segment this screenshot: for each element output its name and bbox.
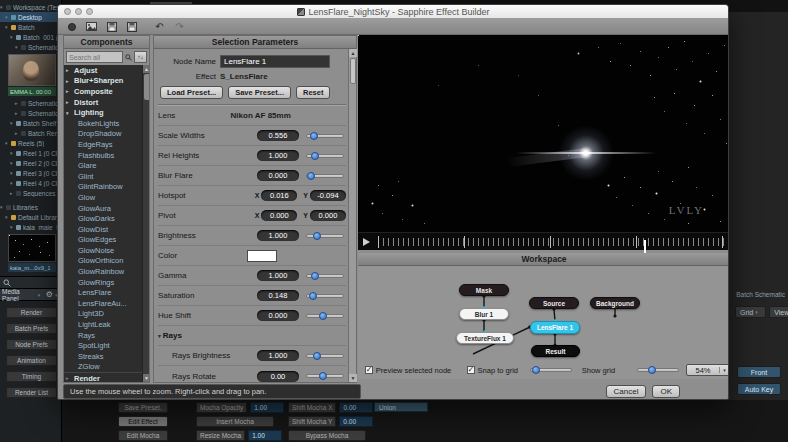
redo-icon[interactable]: ↷: [174, 21, 185, 32]
tree-item-libraries[interactable]: Libraries: [0, 202, 61, 212]
grid-dropdown[interactable]: Grid: [735, 306, 766, 318]
component-group-render[interactable]: Render: [64, 372, 142, 382]
save-icon[interactable]: [106, 21, 117, 32]
scroll-down-icon[interactable]: ▼: [143, 374, 149, 382]
slider-thumb[interactable]: [310, 132, 318, 140]
search-input[interactable]: [66, 51, 123, 63]
tree-item-schematic[interactable]: Schematic R...: [0, 42, 61, 52]
media-panel-button[interactable]: Animation: [6, 355, 57, 366]
component-item[interactable]: Glint: [64, 171, 142, 182]
component-item[interactable]: LightLeak: [64, 319, 142, 330]
slider-thumb[interactable]: [307, 172, 315, 180]
component-item[interactable]: Flashbulbs: [64, 150, 142, 161]
components-scrollbar[interactable]: ▲ ▼: [142, 65, 149, 382]
value-field[interactable]: 1.000: [257, 270, 299, 281]
tree-item-batch-001[interactable]: Batch_001 (3): [0, 32, 61, 42]
reset-button[interactable]: Reset: [296, 86, 330, 99]
slider[interactable]: [306, 374, 344, 378]
workspace-zoom-slider[interactable]: [637, 368, 679, 372]
component-item[interactable]: GlowRainbow: [64, 266, 142, 277]
scrollbar-thumb[interactable]: [144, 74, 150, 100]
tree-search-row[interactable]: [0, 276, 61, 288]
tree-item-workspace[interactable]: Workspace (Test1): [0, 2, 61, 12]
media-panel-button[interactable]: Render: [6, 307, 57, 318]
record-icon[interactable]: [68, 23, 76, 31]
shift-mocha-x-value[interactable]: 0.00: [339, 402, 373, 413]
component-item[interactable]: GlowAura: [64, 203, 142, 214]
scroll-up-icon[interactable]: ▲: [349, 49, 357, 57]
tree-item-schematic-3[interactable]: Schematic Re...: [0, 108, 61, 118]
resize-mocha-value[interactable]: 1.00: [248, 430, 282, 441]
tree-item-schematic-2[interactable]: Schematic Re...: [0, 98, 61, 108]
edit-effect-button[interactable]: Edit Effect: [118, 416, 168, 427]
scrollbar-thumb[interactable]: [350, 58, 356, 84]
component-item[interactable]: Rays: [64, 330, 142, 341]
node-textureflux[interactable]: TextureFlux 1: [456, 332, 514, 344]
ok-button[interactable]: OK: [652, 385, 680, 398]
tree-item-reel-1[interactable]: Reel 1 (0 Clip): [0, 148, 61, 158]
value-field[interactable]: 0.556: [257, 130, 299, 141]
shift-mocha-y-value[interactable]: 0.00: [339, 416, 373, 427]
component-item[interactable]: Glare: [64, 160, 142, 171]
value-field[interactable]: 1.000: [257, 350, 299, 361]
close-window-button[interactable]: [64, 8, 71, 15]
union-button[interactable]: Union: [374, 402, 428, 412]
component-item[interactable]: GlowOrthicon: [64, 256, 142, 267]
edit-mocha-button[interactable]: Edit Mocha: [118, 430, 168, 441]
component-item[interactable]: EdgeRays: [64, 139, 142, 150]
bypass-mocha-button[interactable]: Bypass Mocha: [288, 430, 366, 441]
sort-button[interactable]: [134, 51, 147, 63]
clip-caption-2[interactable]: kaia_m...0x9_1: [8, 263, 56, 272]
save-preset-button[interactable]: Save Preset...: [228, 86, 291, 99]
cancel-button[interactable]: Cancel: [606, 385, 647, 398]
component-item[interactable]: Light3D: [64, 309, 142, 320]
slider-thumb[interactable]: [311, 152, 319, 160]
slider-thumb[interactable]: [309, 292, 317, 300]
pivot-y-field[interactable]: 0.000: [310, 210, 346, 221]
value-field[interactable]: 0.00: [257, 371, 299, 382]
clip-thumbnail-dark[interactable]: [8, 234, 56, 262]
component-item[interactable]: GlintRainbow: [64, 182, 142, 193]
slider-thumb[interactable]: [311, 272, 319, 280]
snap-to-grid-checkbox[interactable]: [467, 366, 475, 374]
component-item[interactable]: GlowNoise: [64, 245, 142, 256]
undo-icon[interactable]: ↶: [154, 21, 165, 32]
component-item[interactable]: BokehLights: [64, 118, 142, 129]
tree-item-reel-2[interactable]: Reel 2 (0 Clip): [0, 158, 61, 168]
value-field[interactable]: 0.148: [257, 290, 299, 301]
tree-item-reel-3[interactable]: Reel 3 (0 Clip): [0, 168, 61, 178]
slider[interactable]: [306, 314, 344, 318]
slider[interactable]: [306, 234, 344, 238]
hotspot-x-field[interactable]: 0.016: [261, 190, 297, 201]
node-source[interactable]: Source: [529, 297, 579, 309]
mocha-opacity-value[interactable]: 1.00: [250, 402, 284, 413]
node-name-input[interactable]: [220, 55, 330, 68]
minimize-window-button[interactable]: [75, 8, 82, 15]
clip-caption[interactable]: EMMA L. 00:00: [8, 87, 56, 96]
scroll-up-icon[interactable]: ▲: [143, 65, 149, 73]
clip-thumbnail-portrait[interactable]: [8, 54, 56, 86]
grid-size-slider[interactable]: [530, 368, 572, 372]
tree-item-default-library[interactable]: Default Library: [0, 212, 61, 222]
tree-item-batch[interactable]: Batch: [0, 22, 61, 32]
tree-item-batch-render[interactable]: Batch Rende...: [0, 128, 61, 138]
component-item[interactable]: GlowEdges: [64, 235, 142, 246]
view-button[interactable]: View: [769, 306, 788, 318]
tree-item-sequences[interactable]: Sequences (0...: [0, 188, 61, 198]
component-group-composite[interactable]: Composite: [64, 86, 142, 97]
media-panel-button[interactable]: Node Prefs: [6, 339, 57, 350]
window-title-bar[interactable]: LensFlare_NightSky - Sapphire Effect Bui…: [58, 5, 728, 19]
gear-icon[interactable]: [46, 290, 53, 299]
component-item[interactable]: DropShadow: [64, 129, 142, 140]
load-preset-button[interactable]: Load Preset...: [160, 86, 223, 99]
component-item[interactable]: Glow: [64, 192, 142, 203]
zoom-window-button[interactable]: [86, 8, 93, 15]
media-panel-button[interactable]: Render List: [6, 387, 57, 398]
component-item[interactable]: GlowRings: [64, 277, 142, 288]
lens-dropdown[interactable]: Nikon AF 85mm: [231, 111, 291, 120]
preview-selected-node-checkbox[interactable]: [365, 366, 373, 374]
hotspot-y-field[interactable]: -0.094: [310, 190, 346, 201]
tree-item-reel-4[interactable]: Reel 4 (0 Clip): [0, 178, 61, 188]
save-as-icon[interactable]: [126, 21, 137, 32]
parameters-scrollbar[interactable]: ▲ ▼: [348, 49, 356, 382]
